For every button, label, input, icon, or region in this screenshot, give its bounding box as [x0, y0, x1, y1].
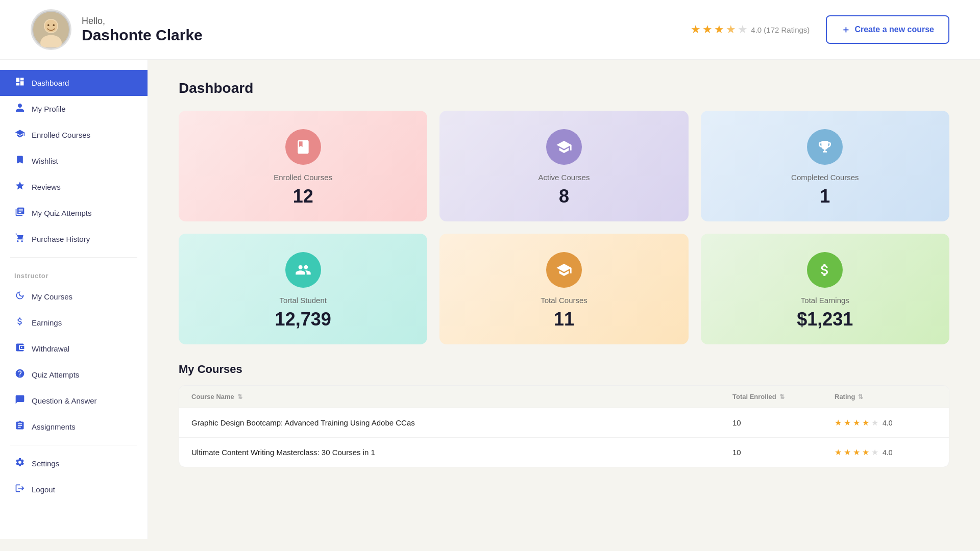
- c2-star-3: ★: [853, 447, 860, 457]
- stat-card-total-earnings: Total Earnings $1,231: [701, 234, 949, 344]
- table-row: Graphic Design Bootcamp: Advanced Traini…: [179, 408, 949, 438]
- wallet-icon: [14, 342, 26, 355]
- sidebar-item-dashboard[interactable]: Dashboard: [0, 70, 148, 96]
- rating-text: 4.0 (172 Ratings): [751, 26, 810, 34]
- sidebar-item-wishlist[interactable]: Wishlist: [0, 148, 148, 174]
- table-row: Ultimate Content Writing Masterclass: 30…: [179, 438, 949, 467]
- completed-value: 1: [820, 186, 830, 207]
- c1-star-4: ★: [862, 418, 869, 428]
- total-student-icon-circle: [285, 252, 321, 288]
- sidebar-label-purchase: Purchase History: [32, 235, 90, 243]
- sidebar-label-qa: Question & Answer: [32, 396, 97, 405]
- sidebar-label-my-courses: My Courses: [32, 292, 72, 301]
- svg-point-4: [47, 24, 50, 27]
- enrolled-label: Enrolled Courses: [274, 173, 332, 182]
- sidebar-item-question-answer[interactable]: Question & Answer: [0, 388, 148, 414]
- sidebar-item-purchase-history[interactable]: Purchase History: [0, 226, 148, 252]
- sidebar-divider-2: [10, 445, 137, 445]
- main-content: Dashboard Enrolled Courses 12 Active Cou…: [148, 60, 980, 539]
- header: Hello, Dashonte Clarke ★ ★ ★ ★ ★ 4.0 (17…: [0, 0, 980, 60]
- graduation-icon: [14, 129, 26, 141]
- star-icon: [14, 181, 26, 193]
- create-course-button[interactable]: ＋ Create a new course: [826, 15, 949, 44]
- c1-rating-val: 4.0: [883, 419, 892, 427]
- sidebar-item-enrolled-courses[interactable]: Enrolled Courses: [0, 122, 148, 148]
- header-rating: Rating ⇅: [835, 393, 937, 400]
- c2-star-2: ★: [844, 447, 851, 457]
- total-courses-label: Total Courses: [541, 296, 587, 305]
- dollar-icon: [14, 316, 26, 329]
- active-value: 8: [559, 186, 569, 207]
- avatar: [31, 9, 71, 50]
- courses-section-title: My Courses: [179, 363, 949, 376]
- sidebar-item-earnings[interactable]: Earnings: [0, 310, 148, 336]
- sort-icon-enrolled[interactable]: ⇅: [779, 393, 785, 400]
- person-icon: [14, 103, 26, 115]
- qa-icon: [14, 394, 26, 407]
- sort-icon-rating[interactable]: ⇅: [858, 393, 863, 400]
- sidebar-item-withdrawal[interactable]: Withdrawal: [0, 336, 148, 362]
- sidebar-divider-1: [10, 257, 137, 258]
- c2-rating-val: 4.0: [883, 448, 892, 457]
- sidebar-label-earnings: Earnings: [32, 318, 62, 327]
- c1-star-3: ★: [853, 418, 860, 428]
- c2-star-5: ★: [871, 447, 878, 457]
- svg-point-5: [53, 24, 55, 27]
- c2-star-1: ★: [835, 447, 842, 457]
- total-student-label: Tortal Student: [279, 296, 327, 305]
- header-left: Hello, Dashonte Clarke: [31, 9, 203, 50]
- sidebar-label-assignments: Assignments: [32, 422, 76, 431]
- stat-card-total-student: Tortal Student 12,739: [179, 234, 427, 344]
- header-total-enrolled: Total Enrolled ⇅: [732, 393, 835, 400]
- sidebar-item-assignments[interactable]: Assignments: [0, 414, 148, 440]
- sidebar-item-quiz-attempts[interactable]: Quiz Attempts: [0, 362, 148, 388]
- layout: Dashboard My Profile Enrolled Courses Wi…: [0, 60, 980, 539]
- total-earnings-value: $1,231: [797, 309, 853, 330]
- quiz2-icon: [14, 368, 26, 381]
- sidebar-item-my-profile[interactable]: My Profile: [0, 96, 148, 122]
- stat-card-completed: Completed Courses 1: [701, 111, 949, 221]
- enroll-count-2: 10: [732, 448, 835, 457]
- assign-icon: [14, 420, 26, 433]
- header-right: ★ ★ ★ ★ ★ 4.0 (172 Ratings) ＋ Create a n…: [691, 15, 949, 44]
- rating-section: ★ ★ ★ ★ ★ 4.0 (172 Ratings): [691, 23, 810, 36]
- sidebar-item-quiz-attempts-student[interactable]: My Quiz Attempts: [0, 200, 148, 226]
- sidebar-label-quiz-student: My Quiz Attempts: [32, 209, 92, 217]
- table-header: Course Name ⇅ Total Enrolled ⇅ Rating ⇅: [179, 386, 949, 408]
- sidebar-item-my-courses[interactable]: My Courses: [0, 284, 148, 310]
- create-course-label: Create a new course: [854, 25, 934, 34]
- cart-icon: [14, 233, 26, 245]
- sidebar-label-my-profile: My Profile: [32, 105, 66, 113]
- completed-icon-circle: [807, 129, 843, 165]
- sidebar-item-reviews[interactable]: Reviews: [0, 174, 148, 200]
- sidebar-item-logout[interactable]: Logout: [0, 477, 148, 503]
- sort-icon-name[interactable]: ⇅: [237, 393, 242, 400]
- course-name-2: Ultimate Content Writing Masterclass: 30…: [191, 447, 732, 458]
- enrolled-icon-circle: [285, 129, 321, 165]
- stat-card-total-courses: Total Courses 11: [439, 234, 688, 344]
- sidebar-item-settings[interactable]: Settings: [0, 450, 148, 477]
- sidebar-label-quiz-attempts: Quiz Attempts: [32, 370, 79, 379]
- total-courses-icon-circle: [546, 252, 582, 288]
- page-title: Dashboard: [179, 80, 949, 96]
- header-stars: ★ ★ ★ ★ ★: [691, 23, 748, 36]
- c1-star-1: ★: [835, 418, 842, 428]
- course-name-1: Graphic Design Bootcamp: Advanced Traini…: [191, 417, 732, 428]
- active-icon-circle: [546, 129, 582, 165]
- total-courses-value: 11: [554, 309, 574, 330]
- sidebar-label-wishlist: Wishlist: [32, 157, 58, 165]
- star-1: ★: [691, 23, 701, 36]
- courses-table: Course Name ⇅ Total Enrolled ⇅ Rating ⇅ …: [179, 385, 949, 467]
- completed-label: Completed Courses: [791, 173, 859, 182]
- row-rating-1: ★ ★ ★ ★ ★ 4.0: [835, 418, 937, 428]
- stat-card-enrolled: Enrolled Courses 12: [179, 111, 427, 221]
- bookmark-icon: [14, 155, 26, 167]
- plus-icon: ＋: [841, 23, 850, 36]
- header-course-name: Course Name ⇅: [191, 393, 732, 400]
- sidebar-label-enrolled: Enrolled Courses: [32, 131, 90, 139]
- total-student-value: 12,739: [275, 309, 331, 330]
- quiz-icon: [14, 207, 26, 219]
- instructor-section-label: Instructor: [0, 263, 148, 284]
- total-earnings-label: Total Earnings: [801, 296, 849, 305]
- star-4: ★: [726, 23, 736, 36]
